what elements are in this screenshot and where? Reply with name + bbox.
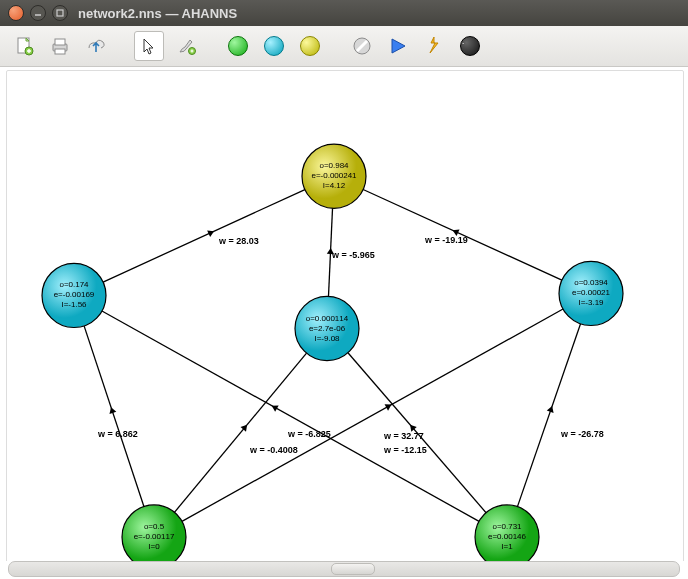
network-svg: o=0.984e=-0.000241I=4.12o=0.174e=-0.0016…	[7, 71, 683, 561]
close-icon[interactable]	[8, 5, 24, 21]
node-value: e=-0.000241	[311, 171, 357, 180]
node-value: e=2.7e-06	[309, 324, 346, 333]
node-value: I=4.12	[323, 181, 346, 190]
node-hidL[interactable]: o=0.174e=-0.00169I=-1.56	[42, 263, 106, 327]
network-canvas[interactable]: o=0.984e=-0.000241I=4.12o=0.174e=-0.0016…	[6, 70, 684, 561]
random-button[interactable]	[456, 32, 484, 60]
node-value: o=0.5	[144, 522, 165, 531]
node-value: I=-3.19	[578, 298, 604, 307]
edge	[103, 190, 305, 283]
add-output-node[interactable]	[296, 32, 324, 60]
minimize-icon[interactable]	[30, 5, 46, 21]
toolbar	[0, 26, 688, 67]
edge-weight: w = 32.77	[383, 431, 424, 441]
horizontal-scrollbar[interactable]	[8, 561, 680, 577]
svg-rect-6	[55, 49, 65, 54]
svg-rect-5	[55, 39, 65, 45]
edge-weight: w = -12.15	[383, 445, 427, 455]
pointer-tool[interactable]	[134, 31, 164, 61]
node-value: e=-0.00169	[54, 290, 95, 299]
train-button[interactable]	[420, 32, 448, 60]
node-value: e=-0.00117	[134, 532, 175, 541]
node-value: o=0.984	[319, 161, 349, 170]
edge	[182, 309, 563, 521]
node-value: o=0.0394	[574, 278, 608, 287]
node-value: e=0.00021	[572, 288, 611, 297]
print-button[interactable]	[46, 32, 74, 60]
node-hidR[interactable]: o=0.0394e=0.00021I=-3.19	[559, 261, 623, 325]
edge-weight: w = -5.965	[331, 250, 375, 260]
edge-weight: w = -26.78	[560, 429, 604, 439]
add-hidden-node[interactable]	[260, 32, 288, 60]
edge-weight: w = -19.19	[424, 235, 468, 245]
node-value: e=0.00146	[488, 532, 527, 541]
edge	[102, 311, 479, 521]
node-value: I=-9.08	[314, 334, 340, 343]
run-button[interactable]	[384, 32, 412, 60]
node-hidM[interactable]: o=0.000114e=2.7e-06I=-9.08	[295, 296, 359, 360]
edge-weight: w = 6.862	[97, 429, 138, 439]
node-value: I=-1.56	[61, 300, 87, 309]
edge-weight: w = -0.4008	[249, 445, 298, 455]
brush-tool[interactable]	[172, 32, 200, 60]
node-inL[interactable]: o=0.5e=-0.00117I=0	[122, 505, 186, 561]
svg-rect-1	[57, 10, 63, 16]
maximize-icon[interactable]	[52, 5, 68, 21]
edge	[84, 326, 144, 507]
new-button[interactable]	[10, 32, 38, 60]
node-value: o=0.174	[59, 280, 89, 289]
edge-weight: w = -6.825	[287, 429, 331, 439]
node-value: I=0	[148, 542, 160, 551]
node-out1[interactable]: o=0.984e=-0.000241I=4.12	[302, 144, 366, 208]
node-inR[interactable]: o=0.731e=0.00146I=1	[475, 505, 539, 561]
stop-button[interactable]	[348, 32, 376, 60]
edge-weight: w = 28.03	[218, 236, 259, 246]
node-value: o=0.731	[492, 522, 522, 531]
scrollbar-thumb[interactable]	[331, 563, 375, 575]
node-value: I=1	[501, 542, 513, 551]
edge	[517, 324, 580, 507]
node-value: o=0.000114	[306, 314, 349, 323]
export-button[interactable]	[82, 32, 110, 60]
add-input-node[interactable]	[224, 32, 252, 60]
window-title: network2.nns — AHANNS	[78, 6, 237, 21]
title-bar: network2.nns — AHANNS	[0, 0, 688, 26]
